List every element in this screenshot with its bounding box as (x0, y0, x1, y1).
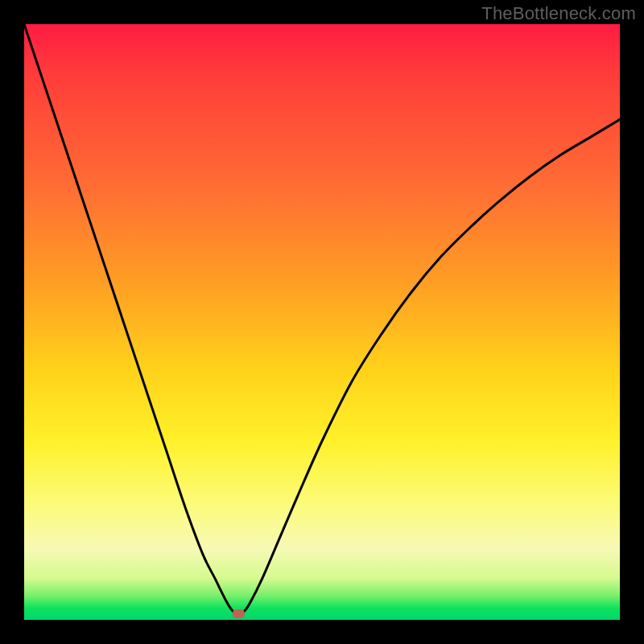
chart-frame: TheBottleneck.com (0, 0, 644, 644)
min-marker (233, 610, 244, 618)
watermark-text: TheBottleneck.com (481, 3, 636, 24)
curve-svg (24, 24, 620, 620)
bottleneck-curve (24, 24, 620, 614)
plot-area (24, 24, 620, 620)
